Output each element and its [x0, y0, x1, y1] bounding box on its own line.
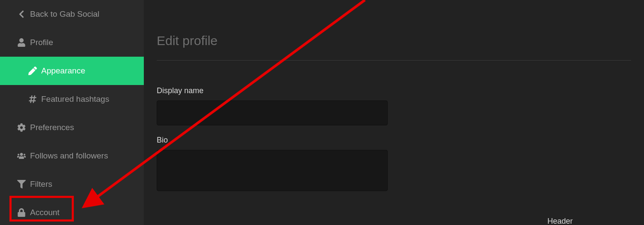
bio-input[interactable] — [157, 150, 388, 191]
sidebar-item-label: Account — [30, 208, 60, 217]
pencil-icon — [28, 67, 41, 75]
bio-label: Bio — [157, 136, 631, 145]
user-icon — [17, 38, 30, 47]
sidebar: Back to Gab Social Profile Appearance Fe… — [0, 0, 144, 225]
sidebar-back-link[interactable]: Back to Gab Social — [0, 0, 144, 28]
hashtag-icon — [28, 95, 41, 103]
sidebar-item-label: Preferences — [30, 123, 74, 132]
sidebar-item-label: Follows and followers — [30, 151, 108, 161]
header-label: Header — [547, 217, 573, 225]
users-icon — [17, 152, 30, 160]
content-area: Edit profile Display name Bio Header — [144, 0, 644, 225]
page-title: Edit profile — [157, 33, 631, 48]
sidebar-item-appearance[interactable]: Appearance — [0, 57, 144, 85]
sidebar-item-follows[interactable]: Follows and followers — [0, 142, 144, 170]
filter-icon — [17, 180, 30, 189]
lock-icon — [17, 208, 30, 217]
display-name-label: Display name — [157, 86, 631, 95]
sidebar-item-label: Appearance — [41, 66, 85, 76]
gear-icon — [17, 123, 30, 132]
sidebar-item-account[interactable]: Account — [0, 198, 144, 225]
sidebar-item-profile[interactable]: Profile — [0, 28, 144, 57]
sidebar-item-featured-hashtags[interactable]: Featured hashtags — [0, 85, 144, 113]
sidebar-item-filters[interactable]: Filters — [0, 170, 144, 198]
sidebar-item-label: Filters — [30, 179, 52, 189]
sidebar-back-label: Back to Gab Social — [30, 9, 100, 19]
divider — [157, 60, 631, 61]
sidebar-item-label: Profile — [30, 38, 53, 47]
sidebar-item-preferences[interactable]: Preferences — [0, 113, 144, 142]
sidebar-item-label: Featured hashtags — [41, 94, 109, 104]
display-name-input[interactable] — [157, 100, 388, 125]
chevron-left-icon — [17, 10, 30, 18]
